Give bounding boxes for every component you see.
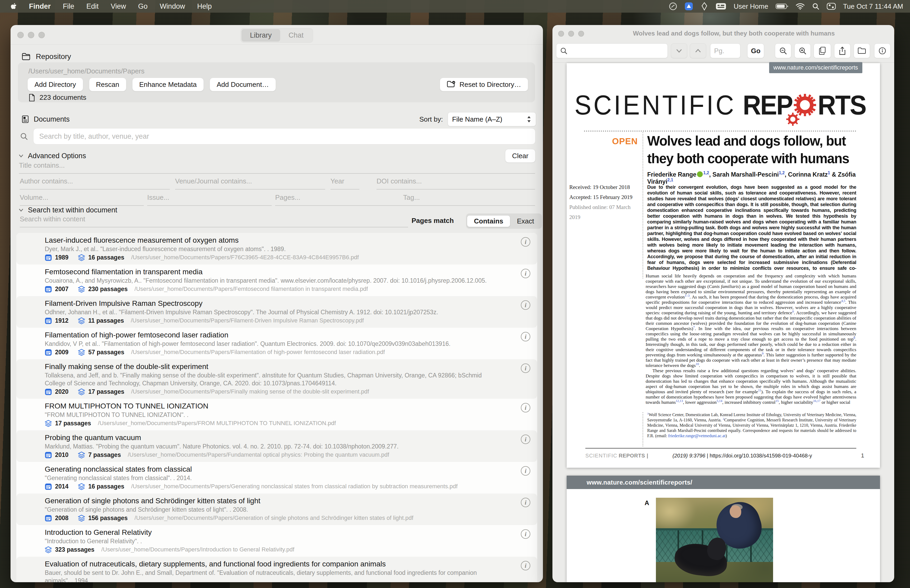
- info-icon[interactable]: i: [521, 498, 530, 507]
- paper-abstract: Due to their convergent evolution, dogs …: [647, 184, 856, 271]
- copy-pages-icon[interactable]: [814, 44, 831, 58]
- journal-header-bar: www.nature.com/scientificreports/: [567, 476, 880, 489]
- add-document-button[interactable]: Add Document…: [210, 78, 276, 91]
- paper-dates: Received: 19 October 2018 Accepted: 15 F…: [569, 182, 642, 222]
- spotlight-search-icon[interactable]: [812, 3, 819, 10]
- documents-icon: [22, 115, 29, 123]
- info-icon[interactable]: i: [521, 332, 530, 341]
- doc-row[interactable]: FROM MULTIPHOTON TO TUNNEL IONIZATION "F…: [16, 399, 537, 430]
- info-icon[interactable]: i: [521, 237, 530, 247]
- find-previous-button[interactable]: [671, 44, 687, 58]
- menu-item-go[interactable]: Go: [138, 2, 148, 11]
- email-link[interactable]: friederike.range@vetmeduni.ac.at: [668, 433, 726, 438]
- doc-title: Finally making sense of the double-slit …: [45, 362, 508, 372]
- pdf-titlebar: Wolves lead and dogs follow, but they bo…: [553, 25, 894, 42]
- contains-option[interactable]: Contains: [467, 216, 510, 227]
- chevron-down-icon[interactable]: [18, 154, 24, 158]
- creative-cloud-icon[interactable]: [669, 2, 677, 11]
- info-icon[interactable]: i: [521, 466, 530, 476]
- zoom-button[interactable]: [39, 32, 45, 38]
- minimize-button[interactable]: [568, 31, 574, 37]
- reset-to-directory-button[interactable]: Reset to Directory…: [440, 78, 528, 91]
- title-contains-field[interactable]: Title contains...: [19, 162, 535, 174]
- chevron-down-icon[interactable]: [18, 208, 24, 212]
- passages-layers-icon: [78, 483, 85, 490]
- pdf-search-input[interactable]: [556, 44, 668, 58]
- zoom-out-icon[interactable]: [775, 44, 791, 58]
- doc-title: Evaluation of nutraceuticals, dietary su…: [45, 559, 508, 569]
- doc-passages: 16 passages: [88, 483, 124, 490]
- doc-title: Femtosecond filamentation in transparent…: [45, 267, 508, 277]
- doc-row[interactable]: Probing the quantum vacuum Marklund, Mat…: [16, 430, 537, 462]
- doc-row[interactable]: Introduction to General Relativity "Intr…: [16, 525, 537, 557]
- doc-citation: Bauer, should be sent to Dr. John E., an…: [45, 569, 508, 582]
- doc-row[interactable]: Generating nonclassical states from clas…: [16, 462, 537, 494]
- orcid-icon[interactable]: [697, 171, 703, 177]
- add-directory-button[interactable]: Add Directory: [27, 78, 83, 91]
- document-info-icon[interactable]: [874, 44, 891, 58]
- find-next-button[interactable]: [690, 44, 706, 58]
- search-text-heading[interactable]: Search text within document: [28, 206, 117, 214]
- battery-icon[interactable]: [776, 3, 788, 10]
- menu-clock[interactable]: Tue Oct 7 11:44 AM: [843, 2, 903, 11]
- menu-item-view[interactable]: View: [111, 2, 126, 11]
- apple-icon[interactable]: [10, 2, 17, 10]
- info-icon[interactable]: i: [521, 529, 530, 539]
- enhance-metadata-button[interactable]: Enhance Metadata: [132, 78, 204, 91]
- open-access-label: OPEN: [611, 136, 638, 146]
- sort-select[interactable]: File Name (A–Z): [448, 112, 536, 126]
- rescan-button[interactable]: Rescan: [89, 78, 126, 91]
- doc-row[interactable]: Generation of single photons and Schrödi…: [16, 494, 537, 525]
- advanced-options-heading[interactable]: Advanced Options: [28, 152, 86, 160]
- close-button[interactable]: [558, 31, 564, 37]
- info-icon[interactable]: i: [521, 269, 530, 278]
- menu-item-help[interactable]: Help: [197, 2, 212, 11]
- venue-contains-field[interactable]: Venue/Journal contains...: [175, 177, 325, 189]
- doc-passages: 17 passages: [55, 420, 91, 427]
- info-icon[interactable]: i: [521, 363, 530, 373]
- menu-item-file[interactable]: File: [63, 2, 74, 11]
- zoom-in-icon[interactable]: [794, 44, 811, 58]
- info-icon[interactable]: i: [521, 561, 530, 570]
- menu-item-window[interactable]: Window: [160, 2, 185, 11]
- figure-label: A: [645, 499, 649, 507]
- clear-button[interactable]: Clear: [505, 149, 535, 163]
- info-icon[interactable]: i: [521, 435, 530, 444]
- keyboard-icon[interactable]: [716, 3, 726, 10]
- user-name-status[interactable]: User Home: [734, 2, 768, 11]
- tab-chat[interactable]: Chat: [280, 29, 312, 42]
- close-button[interactable]: [18, 32, 24, 38]
- doc-citation: "Generation of single photons and Schröd…: [45, 506, 508, 514]
- minimize-button[interactable]: [28, 32, 34, 38]
- page-number-input[interactable]: Pg.: [710, 44, 740, 58]
- doc-path: /Users/user_home/Documents/Papers/Genera…: [134, 515, 414, 522]
- pdf-page-1[interactable]: SCIENTIFIC REP: [567, 63, 880, 468]
- menu-app-name[interactable]: Finder: [29, 2, 51, 11]
- doc-row[interactable]: Finally making sense of the double-slit …: [16, 359, 537, 399]
- control-center-icon[interactable]: [827, 3, 836, 10]
- tab-library[interactable]: Library: [241, 29, 280, 42]
- spray-icon[interactable]: [700, 2, 708, 11]
- info-icon[interactable]: i: [521, 300, 530, 310]
- wifi-icon[interactable]: [796, 3, 805, 10]
- pdf-page-2[interactable]: www.nature.com/scientificreports/ A: [567, 476, 880, 582]
- doc-title: Generating nonclassical states from clas…: [45, 465, 508, 474]
- doc-row[interactable]: Filament-Driven Impulsive Raman Spectros…: [16, 296, 537, 328]
- info-icon[interactable]: i: [521, 403, 530, 412]
- doc-row[interactable]: Femtosecond filamentation in transparent…: [16, 265, 537, 296]
- go-button[interactable]: Go: [747, 44, 764, 58]
- exact-option[interactable]: Exact: [510, 216, 541, 227]
- zoom-button[interactable]: [578, 31, 584, 37]
- doc-year: 2020: [55, 388, 68, 395]
- reveal-folder-icon[interactable]: [853, 44, 870, 58]
- menu-item-edit[interactable]: Edit: [86, 2, 99, 11]
- library-search-input[interactable]: Search by title, author, venue, year: [33, 128, 535, 144]
- author-contains-field[interactable]: Author contains...: [20, 177, 170, 189]
- blue-app-icon[interactable]: [685, 2, 693, 11]
- share-icon[interactable]: [834, 44, 850, 58]
- year-field[interactable]: Year: [330, 177, 359, 189]
- doc-row[interactable]: Laser-induced fluorescence measurement o…: [16, 233, 537, 265]
- doi-contains-field[interactable]: DOI contains...: [377, 177, 535, 189]
- doc-row[interactable]: Evaluation of nutraceuticals, dietary su…: [16, 557, 537, 582]
- doc-row[interactable]: Filamentation of high-power femtosecond …: [16, 328, 537, 359]
